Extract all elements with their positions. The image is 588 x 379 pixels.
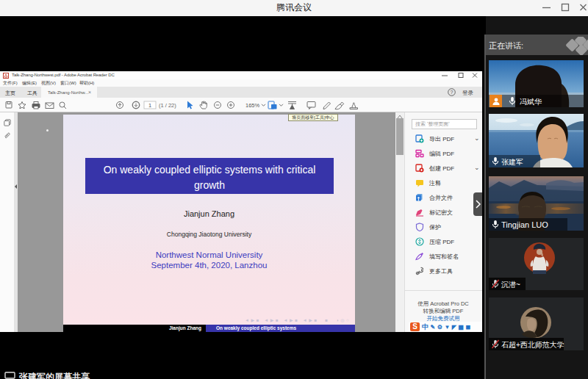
svg-text:(1 / 22): (1 / 22) (159, 102, 176, 109)
svg-text:?: ? (451, 90, 453, 95)
svg-text:1: 1 (148, 102, 151, 109)
svg-text:165%: 165% (245, 102, 260, 109)
